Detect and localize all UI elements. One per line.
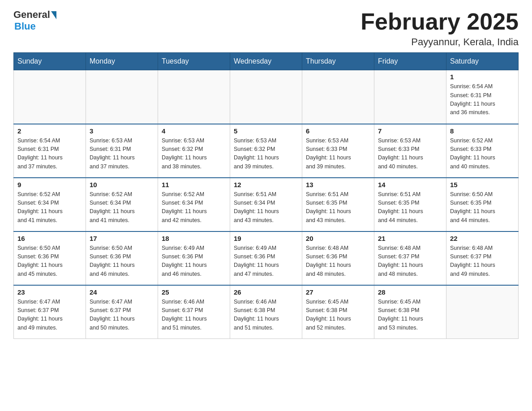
calendar-cell: 6Sunrise: 6:53 AM Sunset: 6:33 PM Daylig… [302,124,374,178]
weekday-header-tuesday: Tuesday [158,53,230,70]
calendar-cell: 13Sunrise: 6:51 AM Sunset: 6:35 PM Dayli… [302,178,374,231]
day-info: Sunrise: 6:53 AM Sunset: 6:33 PM Dayligh… [378,137,442,171]
day-info: Sunrise: 6:53 AM Sunset: 6:33 PM Dayligh… [306,137,370,171]
day-info: Sunrise: 6:50 AM Sunset: 6:35 PM Dayligh… [450,190,515,225]
month-title: February 2025 [360,9,519,34]
day-info: Sunrise: 6:49 AM Sunset: 6:36 PM Dayligh… [234,244,298,279]
calendar-cell: 22Sunrise: 6:48 AM Sunset: 6:37 PM Dayli… [446,231,519,285]
day-number: 21 [378,235,442,242]
day-number: 11 [162,181,226,188]
week-row-0: 1Sunrise: 6:54 AM Sunset: 6:31 PM Daylig… [14,70,519,124]
day-number: 2 [17,127,82,135]
calendar-cell: 8Sunrise: 6:52 AM Sunset: 6:33 PM Daylig… [446,124,519,178]
calendar-cell: 11Sunrise: 6:52 AM Sunset: 6:34 PM Dayli… [158,178,230,231]
week-row-3: 16Sunrise: 6:50 AM Sunset: 6:36 PM Dayli… [14,231,519,285]
calendar-cell: 7Sunrise: 6:53 AM Sunset: 6:33 PM Daylig… [374,124,446,178]
calendar-cell [446,285,519,339]
calendar-cell: 26Sunrise: 6:46 AM Sunset: 6:38 PM Dayli… [230,285,302,339]
week-row-1: 2Sunrise: 6:54 AM Sunset: 6:31 PM Daylig… [14,124,519,178]
weekday-header-monday: Monday [86,53,158,70]
day-info: Sunrise: 6:54 AM Sunset: 6:31 PM Dayligh… [450,82,515,117]
day-info: Sunrise: 6:46 AM Sunset: 6:38 PM Dayligh… [234,298,298,333]
day-info: Sunrise: 6:45 AM Sunset: 6:38 PM Dayligh… [306,298,370,333]
calendar-cell: 28Sunrise: 6:45 AM Sunset: 6:38 PM Dayli… [374,285,446,339]
title-block: February 2025 Payyannur, Kerala, India [360,9,519,48]
day-info: Sunrise: 6:51 AM Sunset: 6:35 PM Dayligh… [378,190,442,225]
day-number: 19 [234,235,298,242]
weekday-header-row: SundayMondayTuesdayWednesdayThursdayFrid… [14,53,519,70]
calendar-cell: 2Sunrise: 6:54 AM Sunset: 6:31 PM Daylig… [14,124,86,178]
calendar-table: SundayMondayTuesdayWednesdayThursdayFrid… [13,52,519,339]
weekday-header-saturday: Saturday [446,53,519,70]
calendar-cell [302,70,374,124]
day-info: Sunrise: 6:50 AM Sunset: 6:36 PM Dayligh… [90,244,154,279]
calendar-cell: 14Sunrise: 6:51 AM Sunset: 6:35 PM Dayli… [374,178,446,231]
day-info: Sunrise: 6:48 AM Sunset: 6:36 PM Dayligh… [306,244,370,279]
day-number: 10 [90,181,154,188]
weekday-header-sunday: Sunday [14,53,86,70]
day-number: 16 [17,235,82,242]
weekday-header-wednesday: Wednesday [230,53,302,70]
logo: General Blue [13,9,56,32]
day-info: Sunrise: 6:52 AM Sunset: 6:33 PM Dayligh… [450,137,515,171]
weekday-header-friday: Friday [374,53,446,70]
day-info: Sunrise: 6:47 AM Sunset: 6:37 PM Dayligh… [17,298,82,333]
day-info: Sunrise: 6:52 AM Sunset: 6:34 PM Dayligh… [17,190,82,225]
day-info: Sunrise: 6:48 AM Sunset: 6:37 PM Dayligh… [450,244,515,279]
day-info: Sunrise: 6:53 AM Sunset: 6:32 PM Dayligh… [234,137,298,171]
calendar-cell: 10Sunrise: 6:52 AM Sunset: 6:34 PM Dayli… [86,178,158,231]
day-info: Sunrise: 6:52 AM Sunset: 6:34 PM Dayligh… [90,190,154,225]
day-number: 24 [90,288,154,296]
day-info: Sunrise: 6:54 AM Sunset: 6:31 PM Dayligh… [17,137,82,171]
logo-general-text: General [13,9,50,21]
logo-blue-text: Blue [14,21,36,32]
calendar-cell: 25Sunrise: 6:46 AM Sunset: 6:37 PM Dayli… [158,285,230,339]
calendar-cell: 16Sunrise: 6:50 AM Sunset: 6:36 PM Dayli… [14,231,86,285]
day-number: 7 [378,127,442,135]
day-number: 5 [234,127,298,135]
day-number: 12 [234,181,298,188]
calendar-cell: 17Sunrise: 6:50 AM Sunset: 6:36 PM Dayli… [86,231,158,285]
calendar-cell [158,70,230,124]
day-number: 22 [450,235,515,242]
day-info: Sunrise: 6:53 AM Sunset: 6:32 PM Dayligh… [162,137,226,171]
calendar-cell: 19Sunrise: 6:49 AM Sunset: 6:36 PM Dayli… [230,231,302,285]
calendar-cell: 9Sunrise: 6:52 AM Sunset: 6:34 PM Daylig… [14,178,86,231]
week-row-2: 9Sunrise: 6:52 AM Sunset: 6:34 PM Daylig… [14,178,519,231]
calendar-cell: 24Sunrise: 6:47 AM Sunset: 6:37 PM Dayli… [86,285,158,339]
day-number: 28 [378,288,442,296]
calendar-cell: 21Sunrise: 6:48 AM Sunset: 6:37 PM Dayli… [374,231,446,285]
day-number: 27 [306,288,370,296]
day-number: 17 [90,235,154,242]
day-number: 9 [17,181,82,188]
day-info: Sunrise: 6:46 AM Sunset: 6:37 PM Dayligh… [162,298,226,333]
day-number: 23 [17,288,82,296]
day-number: 1 [450,73,515,81]
calendar-cell: 3Sunrise: 6:53 AM Sunset: 6:31 PM Daylig… [86,124,158,178]
day-info: Sunrise: 6:45 AM Sunset: 6:38 PM Dayligh… [378,298,442,333]
calendar-cell: 20Sunrise: 6:48 AM Sunset: 6:36 PM Dayli… [302,231,374,285]
calendar-cell: 4Sunrise: 6:53 AM Sunset: 6:32 PM Daylig… [158,124,230,178]
day-number: 26 [234,288,298,296]
day-number: 3 [90,127,154,135]
calendar-cell [374,70,446,124]
day-info: Sunrise: 6:49 AM Sunset: 6:36 PM Dayligh… [162,244,226,279]
day-info: Sunrise: 6:50 AM Sunset: 6:36 PM Dayligh… [17,244,82,279]
calendar-cell [14,70,86,124]
calendar-cell: 27Sunrise: 6:45 AM Sunset: 6:38 PM Dayli… [302,285,374,339]
calendar-cell: 18Sunrise: 6:49 AM Sunset: 6:36 PM Dayli… [158,231,230,285]
day-info: Sunrise: 6:47 AM Sunset: 6:37 PM Dayligh… [90,298,154,333]
day-number: 25 [162,288,226,296]
day-number: 4 [162,127,226,135]
day-number: 20 [306,235,370,242]
week-row-4: 23Sunrise: 6:47 AM Sunset: 6:37 PM Dayli… [14,285,519,339]
day-number: 8 [450,127,515,135]
day-info: Sunrise: 6:48 AM Sunset: 6:37 PM Dayligh… [378,244,442,279]
day-info: Sunrise: 6:52 AM Sunset: 6:34 PM Dayligh… [162,190,226,225]
day-number: 15 [450,181,515,188]
calendar-cell: 15Sunrise: 6:50 AM Sunset: 6:35 PM Dayli… [446,178,519,231]
day-number: 13 [306,181,370,188]
day-info: Sunrise: 6:53 AM Sunset: 6:31 PM Dayligh… [90,137,154,171]
day-number: 14 [378,181,442,188]
day-info: Sunrise: 6:51 AM Sunset: 6:35 PM Dayligh… [306,190,370,225]
